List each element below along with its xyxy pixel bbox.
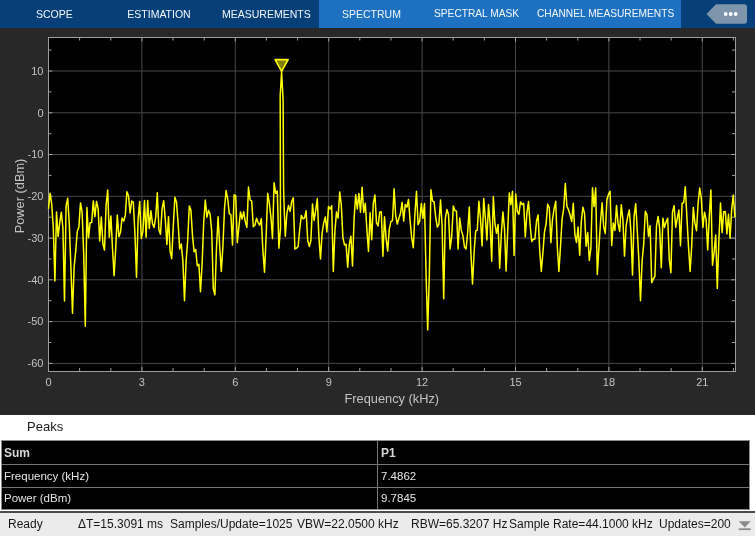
svg-text:-30: -30 (28, 232, 44, 244)
svg-text:-60: -60 (28, 357, 44, 369)
svg-text:18: 18 (603, 376, 615, 388)
svg-text:10: 10 (31, 65, 43, 77)
svg-text:21: 21 (696, 376, 708, 388)
svg-text:Frequency (kHz): Frequency (kHz) (345, 391, 440, 406)
svg-text:-20: -20 (28, 190, 44, 202)
svg-text:3: 3 (139, 376, 145, 388)
svg-text:0: 0 (45, 376, 51, 388)
svg-text:9: 9 (326, 376, 332, 388)
svg-text:-50: -50 (28, 315, 44, 327)
svg-text:Power (dBm): Power (dBm) (12, 159, 27, 234)
svg-text:12: 12 (416, 376, 428, 388)
svg-text:15: 15 (509, 376, 521, 388)
svg-text:-10: -10 (28, 148, 44, 160)
svg-text:-40: -40 (28, 274, 44, 286)
svg-text:6: 6 (232, 376, 238, 388)
svg-text:0: 0 (37, 107, 43, 119)
